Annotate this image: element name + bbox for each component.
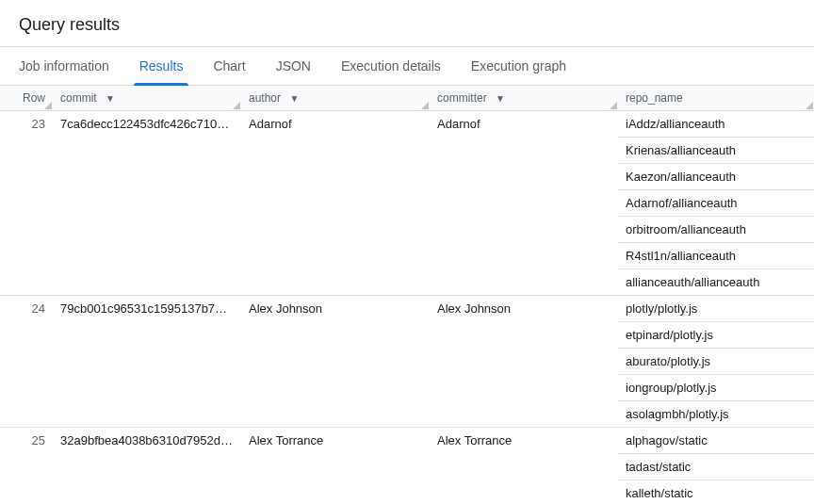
cell-repo-name: Kaezon/allianceauth [618, 164, 814, 190]
cell-repo-name: orbitroom/allianceauth [618, 217, 814, 243]
cell-author: Adarnof [241, 111, 430, 296]
tab-execution-details[interactable]: Execution details [341, 47, 441, 85]
cell-repo-name: tadast/static [618, 454, 814, 480]
cell-commit: 79cb001c96531c1595137b79b... [53, 296, 241, 428]
col-header-commit[interactable]: commit ▼ [53, 86, 241, 111]
cell-repo-name: aburato/plotly.js [618, 349, 814, 375]
sort-icon[interactable]: ▼ [289, 93, 299, 104]
cell-commit: 32a9bfbea4038b6310d7952d1... [53, 428, 241, 505]
tab-chart[interactable]: Chart [213, 47, 245, 85]
col-label: author [249, 91, 281, 105]
cell-committer: Alex Torrance [430, 428, 618, 505]
cell-repo-name: allianceauth/allianceauth [618, 269, 814, 296]
cell-repo-name: etpinard/plotly.js [618, 322, 814, 349]
cell-repo-name: kalleth/static [618, 480, 814, 505]
cell-repo-name: Krienas/allianceauth [618, 138, 814, 164]
cell-repo-name: asolagmbh/plotly.js [618, 401, 814, 428]
cell-author: Alex Johnson [241, 296, 430, 428]
cell-author: Alex Torrance [241, 428, 430, 505]
col-label: commit [60, 91, 97, 105]
resize-handle[interactable] [43, 86, 53, 110]
results-table-wrap[interactable]: Row commit ▼ author ▼ [0, 86, 814, 504]
table-row[interactable]: 237ca6decc122453dfc426c710c9...AdarnofAd… [0, 111, 814, 138]
resize-handle[interactable] [420, 86, 430, 110]
cell-repo-name: Adarnof/allianceauth [618, 190, 814, 217]
cell-rownum: 25 [0, 428, 53, 505]
tab-results[interactable]: Results [139, 47, 184, 85]
results-table: Row commit ▼ author ▼ [0, 86, 814, 504]
col-label: Row [23, 91, 45, 105]
resize-handle[interactable] [805, 86, 814, 110]
cell-repo-name: iongroup/plotly.js [618, 375, 814, 401]
table-row[interactable]: 2532a9bfbea4038b6310d7952d1...Alex Torra… [0, 428, 814, 454]
cell-commit: 7ca6decc122453dfc426c710c9... [53, 111, 241, 296]
col-header-row[interactable]: Row [0, 86, 53, 111]
tabs: Job information Results Chart JSON Execu… [0, 47, 814, 86]
cell-committer: Adarnof [430, 111, 618, 296]
header: Query results [0, 0, 814, 47]
resize-handle[interactable] [609, 86, 618, 110]
sort-icon[interactable]: ▼ [496, 93, 505, 104]
col-label: committer [437, 91, 487, 105]
sort-icon[interactable]: ▼ [106, 93, 115, 104]
cell-rownum: 24 [0, 296, 53, 428]
col-header-repo-name[interactable]: repo_name [618, 86, 814, 111]
page-title: Query results [19, 15, 795, 35]
col-label: repo_name [626, 91, 683, 105]
col-header-author[interactable]: author ▼ [241, 86, 430, 111]
tab-json[interactable]: JSON [276, 47, 311, 85]
cell-repo-name: R4stl1n/allianceauth [618, 243, 814, 269]
cell-repo-name: iAddz/allianceauth [618, 111, 814, 138]
cell-committer: Alex Johnson [430, 296, 618, 428]
table-body: 237ca6decc122453dfc426c710c9...AdarnofAd… [0, 111, 814, 505]
col-header-committer[interactable]: committer ▼ [430, 86, 618, 111]
table-row[interactable]: 2479cb001c96531c1595137b79b...Alex Johns… [0, 296, 814, 322]
resize-handle[interactable] [232, 86, 241, 110]
tab-execution-graph[interactable]: Execution graph [471, 47, 566, 85]
cell-rownum: 23 [0, 111, 53, 296]
cell-repo-name: alphagov/static [618, 428, 814, 454]
cell-repo-name: plotly/plotly.js [618, 296, 814, 322]
tab-job-information[interactable]: Job information [19, 47, 109, 85]
